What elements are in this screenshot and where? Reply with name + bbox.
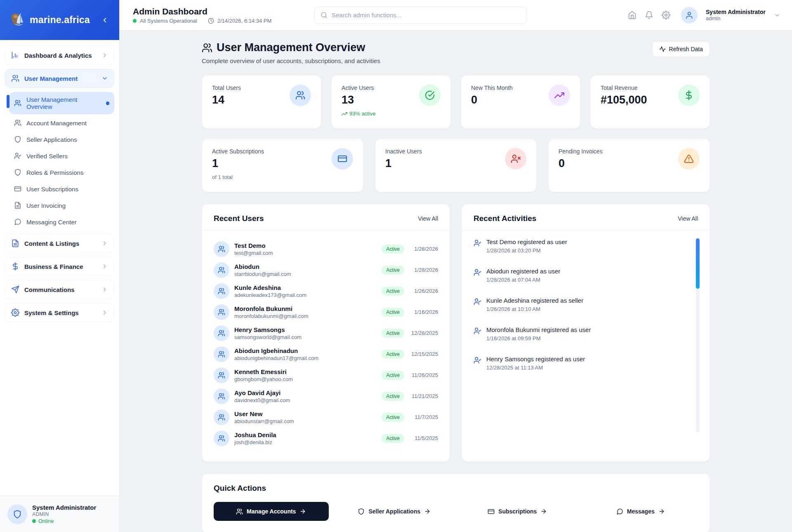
recent-activities-list: Test Demo registered as user 1/28/2026 a… [462,231,710,461]
activity-time: 1/16/2026 at 09:59 PM [486,335,591,341]
recent-users-panel: Recent Users View All Test Demo test@gma… [202,204,450,462]
user-list-item[interactable]: Henry Samsongs samsongsworld@gmail.com A… [214,322,438,344]
arrow-right-icon [540,508,547,515]
button-label: Messages [627,508,655,515]
manage-accounts-button[interactable]: Manage Accounts [214,502,329,521]
user-list-item[interactable]: Joshua Denila josh@denila.biz Active 11/… [214,428,438,449]
clock-icon [208,18,214,24]
sidebar-item-label: Business & Finance [24,263,97,270]
sidebar-item-verified-sellers[interactable]: Verified Sellers [9,148,114,164]
sidebar-item-roles-permissions[interactable]: Roles & Permissions [9,165,114,180]
user-joined-date: 11/26/2025 [409,372,438,378]
status-badge: Active [382,434,404,443]
sidebar-item-user-management[interactable]: User Management [5,69,114,88]
users-icon [236,508,243,515]
activity-text: Henry Samsongs registered as user [486,355,585,363]
stat-card-pending-invoices: Pending Invoices 0 [548,139,710,192]
user-joined-date: 1/16/2026 [409,309,438,315]
trending-up-icon [342,111,347,117]
user-name: Abiodun [234,263,291,270]
user-list-item[interactable]: Moronfola Bukunmi moronfolabukunmi@gmail… [214,301,438,322]
shield-icon [14,169,21,176]
status-badge: Active [382,287,404,296]
user-email: josh@denila.biz [234,439,276,445]
subscriptions-button[interactable]: Subscriptions [460,502,575,521]
sidebar-item-communications[interactable]: Communications [5,280,114,299]
user-list-item[interactable]: Ayo David Ajayi davidnext0@gmail.com Act… [214,386,438,407]
sidebar-item-user-invoicing[interactable]: User Invoicing [9,198,114,213]
bar-chart-icon [11,51,19,59]
credit-card-icon [488,508,495,515]
user-list-item[interactable]: Test Demo test@gmail.com Active 1/28/202… [214,238,438,259]
shield-icon [358,508,365,515]
main-area: Admin Dashboard All Systems Operational … [120,0,792,532]
sidebar-item-user-management-overview[interactable]: User Management Overview [9,92,114,114]
stat-card-total-revenue: Total Revenue #105,000 [590,75,710,129]
button-label: Manage Accounts [247,508,296,515]
sidebar-item-user-subscriptions[interactable]: User Subscriptions [9,181,114,197]
avatar[interactable] [681,7,698,24]
activity-time: 12/28/2025 at 11:13 AM [486,365,585,371]
user-list-item[interactable]: Kunle Adeshina adekunleadex173@gmail.com… [214,280,438,301]
online-status: Online [38,518,54,524]
activity-list-item: Test Demo registered as user 1/28/2026 a… [474,238,698,254]
activities-scrollbar[interactable] [696,238,700,289]
sidebar-item-content-listings[interactable]: Content & Listings [5,234,114,253]
dollar-sign-icon [678,85,700,106]
user-list-item[interactable]: Kenneth Emessiri gbomgbom@yahoo.com Acti… [214,365,438,386]
user-joined-date: 11/7/2025 [409,414,438,420]
messages-button[interactable]: Messages [583,502,698,521]
user-list-item[interactable]: User New abiodunstarr@gmail.com Active 1… [214,407,438,428]
sidebar-item-business-finance[interactable]: Business & Finance [5,257,114,276]
user-joined-date: 11/5/2025 [409,435,438,441]
active-dot [106,101,109,105]
page-head: User Management Overview Complete overvi… [202,41,710,64]
chevron-down-icon[interactable] [774,12,780,19]
top-header: Admin Dashboard All Systems Operational … [120,0,792,31]
user-list-item[interactable]: Abiodun Igbehinadun abiodunigbehinadun17… [214,344,438,365]
sidebar-item-messaging-center[interactable]: Messaging Center [9,214,114,230]
recent-users-view-all-link[interactable]: View All [418,215,438,222]
online-dot [32,519,36,523]
users-icon [214,304,229,320]
status-badge: Active [382,266,404,275]
status-badge: Active [382,371,404,380]
brand: marine.africa [7,11,94,30]
activity-text: Test Demo registered as user [486,238,567,245]
user-name: Moronfola Bukunmi [234,305,308,312]
recent-activities-view-all-link[interactable]: View All [678,215,698,222]
users-icon [214,388,229,404]
sidebar-item-seller-applications[interactable]: Seller Applications [9,132,114,147]
sidebar-collapse-button[interactable] [98,15,112,26]
stat-card-active-users: Active Users 13 93% active [331,75,451,129]
trending-up-icon [549,85,570,106]
seller-applications-button[interactable]: Seller Applications [337,502,452,521]
bell-icon[interactable] [645,11,653,19]
stat-card-inactive-users: Inactive Users 1 [375,139,537,192]
sidebar-item-account-management[interactable]: Account Management [9,115,114,131]
file-text-icon [14,202,21,209]
system-status-text: All Systems Operational [140,18,197,24]
user-role: admin [706,15,766,21]
admin-search [314,7,527,24]
sidebar-item-system-settings[interactable]: System & Settings [5,303,114,322]
sidebar-user-role: ADMIN [32,511,96,517]
gear-icon[interactable] [662,11,670,19]
sidebar-item-label: System & Settings [24,309,97,316]
user-menu[interactable]: System Administrator admin [706,9,766,21]
stat-subtext: 93% active [349,111,376,117]
refresh-data-button[interactable]: Refresh Data [652,41,710,57]
sidebar-user-card: System Administrator ADMIN Online [0,496,119,532]
users-icon [214,431,229,446]
user-list-item[interactable]: Abiodun starrbiodun@gmail.com Active 1/2… [214,259,438,280]
user-email: gbomgbom@yahoo.com [234,376,293,382]
user-email: test@gmail.com [234,250,273,256]
user-check-icon [474,327,481,341]
status-badge: Active [382,413,404,422]
stat-label: Inactive Users [385,148,526,155]
home-icon[interactable] [628,11,636,19]
button-label: Subscriptions [498,508,537,515]
sidebar-item-dashboard-analytics[interactable]: Dashboard & Analytics [5,46,114,65]
sidebar-item-label: User Subscriptions [26,186,78,193]
search-input[interactable] [332,12,521,19]
